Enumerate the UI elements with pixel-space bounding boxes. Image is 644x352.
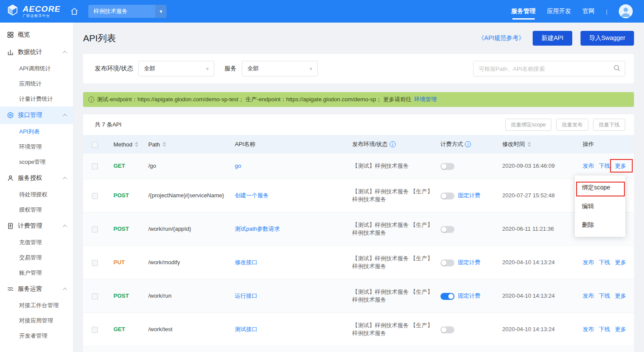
sidebar-group-service-auth[interactable]: 服务授权 xyxy=(0,169,73,187)
logo-subtitle: 广联达数字中台 xyxy=(23,14,60,18)
offline-link[interactable]: 下线 xyxy=(599,292,610,300)
sidebar-item-app-stats[interactable]: 应用统计 xyxy=(0,76,73,91)
env-filter-select[interactable]: 全部 ▼ xyxy=(138,61,214,76)
api-path: /work/run/{appId} xyxy=(148,226,191,232)
row-checkbox[interactable] xyxy=(92,163,98,169)
sidebar-item-metering-stats[interactable]: 计量计费统计 xyxy=(0,91,73,106)
publish-link[interactable]: 发布 xyxy=(583,259,594,266)
home-icon[interactable] xyxy=(70,7,79,16)
table-row: POST /work/run 运行接口 【测试】样例技术服务 【生产】样例技术服… xyxy=(83,279,634,313)
sort-icon[interactable] xyxy=(527,142,531,147)
nav-app-development[interactable]: 应用开发 xyxy=(547,7,571,15)
publish-link[interactable]: 发布 xyxy=(583,325,594,333)
api-name-link[interactable]: 测试接口 xyxy=(235,326,257,332)
row-checkbox[interactable] xyxy=(92,293,98,299)
row-checkbox[interactable] xyxy=(92,193,98,199)
import-swagger-button[interactable]: 导入Swagger xyxy=(581,31,634,46)
api-name-link[interactable]: 运行接口 xyxy=(235,292,257,299)
chevron-down-icon: ▼ xyxy=(309,66,313,71)
user-avatar[interactable] xyxy=(619,4,633,18)
menu-item-bind-scope[interactable]: 绑定scope xyxy=(575,178,625,197)
sidebar-item-account-management[interactable]: 账户管理 xyxy=(0,265,73,280)
sidebar-item-transaction-management[interactable]: 交易管理 xyxy=(0,250,73,265)
status-toggle[interactable] xyxy=(440,259,454,266)
sidebar-item-recharge-management[interactable]: 充值管理 xyxy=(0,235,73,250)
api-spec-reference-link[interactable]: 《API规范参考》 xyxy=(478,34,525,42)
api-name-link[interactable]: 创建一个服务 xyxy=(235,192,269,199)
sidebar-item-scope-management[interactable]: scope管理 xyxy=(0,154,73,169)
info-icon[interactable]: i xyxy=(465,141,471,147)
status-toggle[interactable] xyxy=(440,163,454,170)
status-toggle[interactable] xyxy=(440,326,454,333)
service-filter-select[interactable]: 全部 ▼ xyxy=(242,61,318,76)
sidebar-item-auth-management[interactable]: 授权管理 xyxy=(0,202,73,217)
billing-type-link[interactable]: 固定计费 xyxy=(458,292,480,299)
info-icon[interactable]: i xyxy=(390,141,396,147)
page-title: API列表 xyxy=(83,32,116,44)
operation-icon xyxy=(7,286,14,292)
env-filter-label: 发布环境/状态 xyxy=(95,65,133,73)
sort-icon[interactable] xyxy=(163,142,166,147)
api-name-link[interactable]: 测试path参数请求 xyxy=(235,226,280,232)
menu-item-delete[interactable]: 删除 xyxy=(575,216,625,234)
sidebar-item-env-management[interactable]: 环境管理 xyxy=(0,139,73,154)
sidebar-item-pending-auth[interactable]: 待处理授权 xyxy=(0,187,73,202)
publish-link[interactable]: 发布 xyxy=(583,162,594,170)
status-toggle[interactable] xyxy=(440,193,454,199)
service-selector[interactable]: 样例技术服务 ▼ xyxy=(88,5,167,18)
publish-link[interactable]: 发布 xyxy=(583,292,594,300)
batch-offline-button[interactable]: 批量下线 xyxy=(593,119,625,131)
status-toggle[interactable] xyxy=(440,293,454,300)
sidebar-item-overview[interactable]: 概览 xyxy=(0,26,73,43)
sidebar-item-workbench-management[interactable]: 对接工作台管理 xyxy=(0,298,73,313)
modified-time: 2020-06-11 11:21:36 xyxy=(502,226,554,232)
row-checkbox[interactable] xyxy=(92,327,98,333)
modified-time: 2020-09-03 16:46:09 xyxy=(502,163,555,169)
sidebar-group-interface-management[interactable]: 接口管理 xyxy=(0,106,73,124)
api-path: /work/run xyxy=(148,292,171,299)
sidebar-item-api-list[interactable]: API列表 xyxy=(0,124,73,139)
col-name-header: API名称 xyxy=(235,141,255,147)
menu-item-edit[interactable]: 编辑 xyxy=(575,197,625,216)
sort-icon[interactable] xyxy=(135,142,138,147)
logo-cube-icon xyxy=(6,4,19,19)
new-api-button[interactable]: 新建API xyxy=(533,31,572,46)
env-management-link[interactable]: 环境管理 xyxy=(414,96,437,103)
search-icon[interactable] xyxy=(613,64,621,73)
offline-link[interactable]: 下线 xyxy=(599,162,610,170)
billing-type-link[interactable]: 固定计费 xyxy=(458,259,480,266)
sidebar-group-data-stats[interactable]: 数据统计 xyxy=(0,43,73,61)
row-checkbox[interactable] xyxy=(92,260,98,266)
offline-link[interactable]: 下线 xyxy=(599,325,610,333)
select-all-checkbox[interactable] xyxy=(92,142,98,148)
billing-type-link[interactable]: 固定计费 xyxy=(458,192,480,199)
more-link[interactable]: 更多 xyxy=(615,162,626,170)
batch-publish-button[interactable]: 批量发布 xyxy=(556,119,588,131)
sidebar-item-developer-management[interactable]: 开发者管理 xyxy=(0,328,73,343)
offline-link[interactable]: 下线 xyxy=(599,259,610,266)
sidebar-group-billing-management[interactable]: 计费管理 xyxy=(0,217,73,235)
status-toggle[interactable] xyxy=(440,226,454,233)
batch-bind-scope-button[interactable]: 批量绑定scope xyxy=(505,119,551,131)
api-name-link[interactable]: 修改接口 xyxy=(235,259,257,266)
sidebar-group-service-operation[interactable]: 服务运营 xyxy=(0,280,73,298)
more-link[interactable]: 更多 xyxy=(615,292,626,300)
api-table-card: 共 7 条API 批量绑定scope 批量发布 批量下线 Method Path… xyxy=(83,114,634,352)
row-checkbox[interactable] xyxy=(92,226,98,232)
sidebar-item-connected-app-management[interactable]: 对接应用管理 xyxy=(0,313,73,328)
method-label: GET xyxy=(113,163,125,169)
col-method-header: Method xyxy=(113,141,132,148)
api-table: Method Path API名称 发布环境/状态i 计费方式i 修改时间 操作… xyxy=(83,135,634,352)
search-input[interactable] xyxy=(479,66,613,72)
col-billing-header: 计费方式 xyxy=(440,140,463,148)
api-name-link[interactable]: go xyxy=(235,163,241,169)
chevron-down-icon: ▼ xyxy=(205,66,210,71)
endpoint-notice-bar: i 测试-endpoint：https://apigate.glodon.com… xyxy=(83,92,634,107)
more-link[interactable]: 更多 xyxy=(615,259,626,266)
sidebar-item-api-call-stats[interactable]: API调用统计 xyxy=(0,61,73,76)
nav-service-management[interactable]: 服务管理 xyxy=(511,7,536,15)
more-link[interactable]: 更多 xyxy=(615,325,626,333)
api-count-summary: 共 7 条API xyxy=(95,121,121,129)
nav-official-site[interactable]: 官网 xyxy=(583,7,595,15)
modified-time: 2020-04-10 14:13:24 xyxy=(502,292,555,299)
